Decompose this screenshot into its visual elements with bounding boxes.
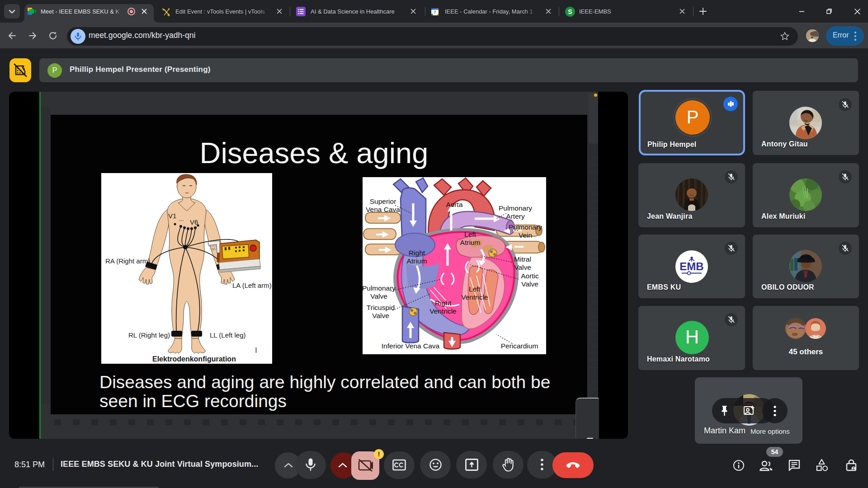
svg-text:Aorta: Aorta bbox=[446, 201, 462, 208]
svg-text:7: 7 bbox=[434, 9, 436, 14]
svg-text:V6: V6 bbox=[190, 218, 198, 226]
svg-text:Tricuspid: Tricuspid bbox=[367, 304, 395, 311]
svg-text:Aortic: Aortic bbox=[521, 272, 539, 280]
svg-text:Mitral: Mitral bbox=[514, 255, 531, 263]
svg-text:Inferior Vena Cava: Inferior Vena Cava bbox=[382, 342, 440, 350]
svg-text:Right: Right bbox=[409, 249, 425, 257]
svg-text:Vena Cava: Vena Cava bbox=[366, 206, 400, 213]
svg-text:Atrium: Atrium bbox=[407, 257, 427, 265]
svg-text:Ventricle: Ventricle bbox=[461, 293, 488, 301]
svg-text:EMB: EMB bbox=[679, 260, 703, 272]
svg-text:Valve: Valve bbox=[372, 312, 389, 319]
svg-text:Elektrodenkonfiguration: Elektrodenkonfiguration bbox=[152, 355, 236, 363]
svg-text:RA (Right arm): RA (Right arm) bbox=[105, 257, 150, 265]
svg-text:Valve: Valve bbox=[370, 292, 387, 300]
svg-text:RL (Right leg): RL (Right leg) bbox=[128, 331, 170, 339]
svg-text:...: ... bbox=[179, 216, 184, 222]
svg-text:Artery: Artery bbox=[506, 212, 525, 220]
svg-text:Left: Left bbox=[464, 230, 476, 238]
svg-text:Left: Left bbox=[469, 285, 481, 293]
svg-text:V1: V1 bbox=[168, 212, 176, 220]
svg-text:Right: Right bbox=[435, 299, 452, 307]
svg-text:Pericardium: Pericardium bbox=[501, 342, 538, 350]
svg-text:Valve: Valve bbox=[521, 280, 538, 288]
svg-text:Valve: Valve bbox=[514, 263, 531, 271]
svg-text:Atrium: Atrium bbox=[460, 239, 481, 246]
svg-text:LL (Left leg): LL (Left leg) bbox=[210, 331, 246, 339]
svg-text:Pulmonary: Pulmonary bbox=[509, 223, 542, 231]
svg-text:I: I bbox=[255, 346, 257, 355]
svg-text:Pulmonary: Pulmonary bbox=[363, 284, 396, 292]
svg-text:Ventricle: Ventricle bbox=[429, 307, 456, 315]
svg-text:Superior: Superior bbox=[370, 197, 396, 205]
svg-text:Vein: Vein bbox=[519, 231, 532, 239]
svg-text:Pulmonary: Pulmonary bbox=[499, 204, 532, 212]
svg-text:LA (Left arm): LA (Left arm) bbox=[232, 282, 272, 289]
